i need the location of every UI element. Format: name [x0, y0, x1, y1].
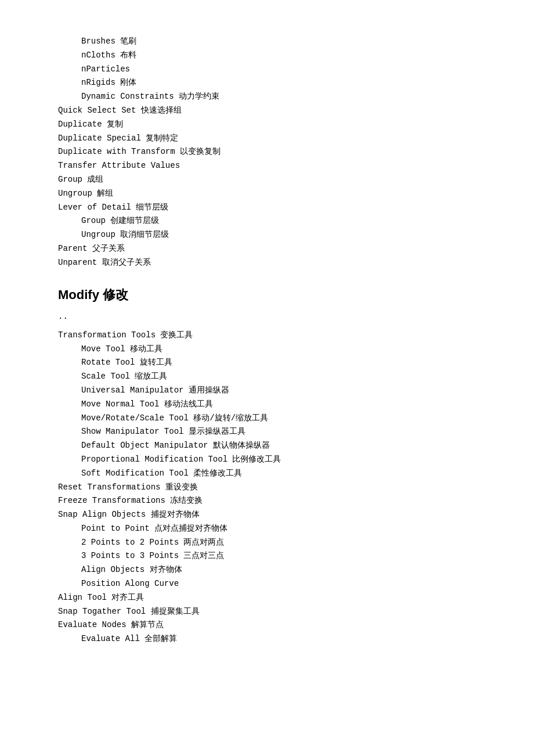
list-item: Align Tool 对齐工具: [58, 591, 511, 605]
list-item: Dynamic Constraints 动力学约束: [58, 90, 511, 104]
list-item: 2 Points to 2 Points 两点对两点: [58, 536, 511, 550]
list-item: Move Tool 移动工具: [58, 343, 511, 357]
top-indent1-items: Brushes 笔刷 nCloths 布料 nParticles nRigids…: [58, 35, 511, 104]
list-item: Proportional Modification Tool 比例修改工具: [58, 453, 511, 467]
list-item: Scale Tool 缩放工具: [58, 370, 511, 384]
list-item: Move/Rotate/Scale Tool 移动/旋转/缩放工具: [58, 412, 511, 426]
list-item: nCloths 布料: [58, 49, 511, 63]
list-item: Align Objects 对齐物体: [58, 563, 511, 577]
list-item: Group 成组: [58, 173, 511, 187]
lever-of-detail-children: Group 创建细节层级 Ungroup 取消细节层级: [58, 214, 511, 242]
list-item: Snap Togather Tool 捕捉聚集工具: [58, 605, 511, 619]
dotdot: ..: [58, 310, 511, 324]
list-item: Duplicate 复制: [58, 118, 511, 132]
list-item: 3 Points to 3 Points 三点对三点: [58, 549, 511, 563]
list-item: Transformation Tools 变换工具: [58, 329, 511, 343]
list-item: Point to Point 点对点捕捉对齐物体: [58, 522, 511, 536]
list-item: Ungroup 解组: [58, 187, 511, 201]
list-item: Position Along Curve: [58, 577, 511, 591]
list-item: Parent 父子关系: [58, 242, 511, 256]
list-item: Group 创建细节层级: [58, 214, 511, 228]
list-item: Lever of Detail 细节层级: [58, 201, 511, 215]
list-item: Quick Select Set 快速选择组: [58, 104, 511, 118]
list-item: nParticles: [58, 63, 511, 77]
list-item: Freeze Transformations 冻结变换: [58, 494, 511, 508]
list-item: Evaluate Nodes 解算节点: [58, 618, 511, 632]
modify-items: Transformation Tools 变换工具 Move Tool 移动工具…: [58, 329, 511, 646]
list-item: Duplicate Special 复制特定: [58, 132, 511, 146]
list-item: Brushes 笔刷: [58, 35, 511, 49]
list-item: Move Normal Tool 移动法线工具: [58, 398, 511, 412]
page-content: Brushes 笔刷 nCloths 布料 nParticles nRigids…: [58, 35, 511, 646]
list-item: Show Manipulator Tool 显示操纵器工具: [58, 425, 511, 439]
list-item: Reset Transformations 重设变换: [58, 481, 511, 495]
list-item: Rotate Tool 旋转工具: [58, 356, 511, 370]
modify-section-header: Modify 修改: [58, 284, 511, 305]
list-item: Transfer Attribute Values: [58, 159, 511, 173]
list-item: Evaluate All 全部解算: [58, 632, 511, 646]
top-root-items2: Parent 父子关系 Unparent 取消父子关系: [58, 242, 511, 270]
list-item: Soft Modification Tool 柔性修改工具: [58, 467, 511, 481]
top-root-items: Quick Select Set 快速选择组 Duplicate 复制 Dupl…: [58, 104, 511, 214]
list-item: nRigids 刚体: [58, 76, 511, 90]
list-item: Default Object Manipulator 默认物体操纵器: [58, 439, 511, 453]
list-item: Snap Align Objects 捕捉对齐物体: [58, 508, 511, 522]
list-item: Duplicate with Transform 以变换复制: [58, 145, 511, 159]
list-item: Ungroup 取消细节层级: [58, 228, 511, 242]
list-item: Universal Manipulator 通用操纵器: [58, 384, 511, 398]
list-item: Unparent 取消父子关系: [58, 256, 511, 270]
